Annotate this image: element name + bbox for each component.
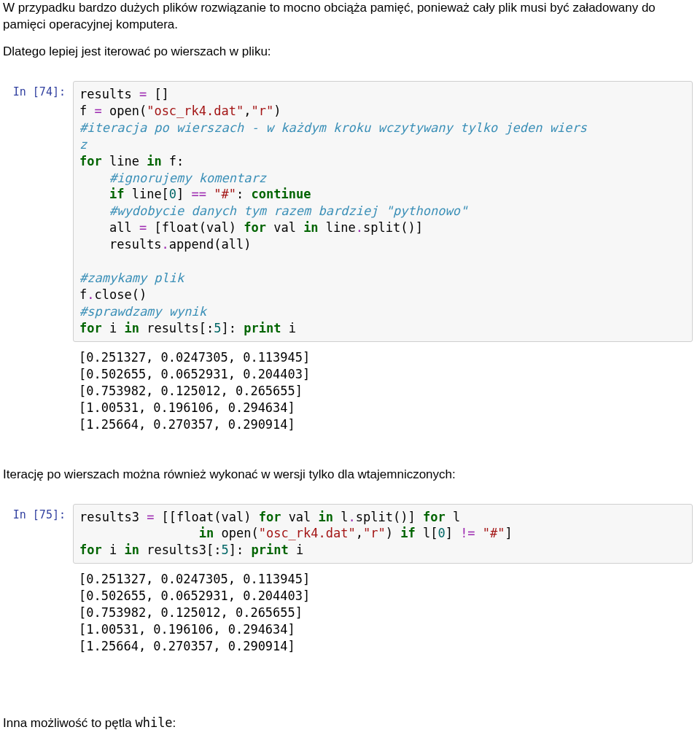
- code-cell-74-output: [0.251327, 0.0247305, 0.113945] [0.50265…: [0, 345, 700, 438]
- code-cell-75: In [75]: results3 = [[float(val) for val…: [0, 504, 700, 564]
- input-prompt: In [74]:: [0, 81, 73, 98]
- code-output: [0.251327, 0.0247305, 0.113945] [0.50265…: [73, 567, 693, 659]
- output-prompt-empty: [0, 345, 73, 349]
- markdown-cell-1: W przypadku bardzo dużych plików rozwiąz…: [0, 0, 700, 61]
- paragraph: W przypadku bardzo dużych plików rozwiąz…: [3, 0, 697, 34]
- paragraph: Iterację po wierszach można również wyko…: [3, 467, 697, 483]
- inline-code: while: [135, 715, 172, 730]
- code-cell-74: In [74]: results = [] f = open("osc_rk4.…: [0, 81, 700, 342]
- markdown-cell-2: Iterację po wierszach można również wyko…: [0, 467, 700, 483]
- code-input[interactable]: results = [] f = open("osc_rk4.dat","r")…: [73, 81, 693, 342]
- code-output: [0.251327, 0.0247305, 0.113945] [0.50265…: [73, 345, 693, 438]
- code-input[interactable]: results3 = [[float(val) for val in l.spl…: [73, 504, 693, 564]
- paragraph: Dlatego lepiej jest iterować po wierszac…: [3, 44, 697, 61]
- code-cell-75-output: [0.251327, 0.0247305, 0.113945] [0.50265…: [0, 567, 700, 659]
- paragraph: Inna możliwość to pętla while:: [3, 715, 697, 732]
- output-prompt-empty: [0, 567, 73, 571]
- markdown-cell-3: Inna możliwość to pętla while:: [0, 715, 700, 732]
- input-prompt: In [75]:: [0, 504, 73, 521]
